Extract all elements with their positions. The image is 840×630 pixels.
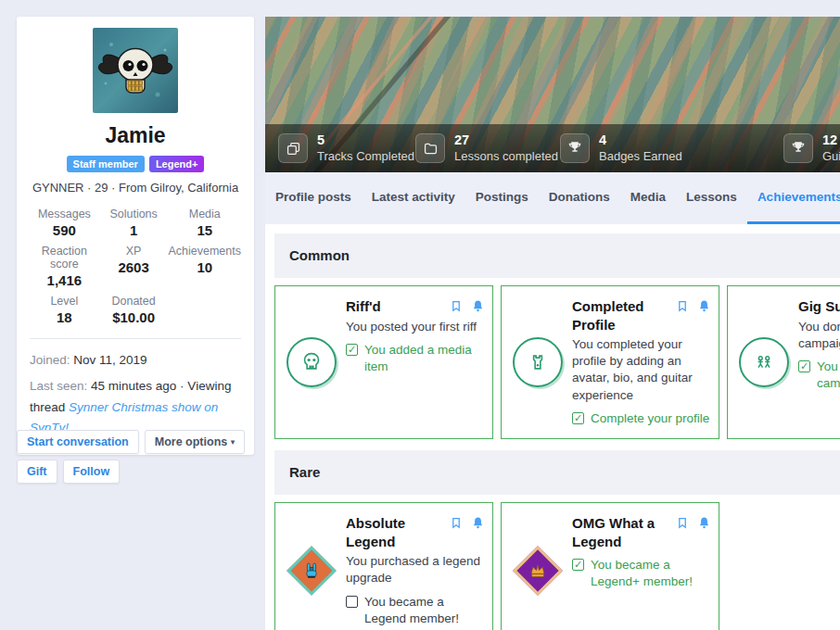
stat-xp: XP2603 [99, 245, 169, 288]
achievement-card-riffd: Riff'd You posted your first riff ✓ You … [274, 285, 493, 439]
tab-postings[interactable]: Postings [465, 172, 539, 224]
achievement-task: ✓ You became a Legend+ member! [572, 557, 711, 590]
tab-latest-activity[interactable]: Latest activity [362, 172, 465, 224]
profile-meta-line: GYNNER · 29 · From Gilroy, California [30, 181, 241, 195]
tab-media[interactable]: Media [620, 172, 676, 224]
achievement-description: You donated to a campaign [798, 319, 840, 352]
rock-hand-badge-icon [286, 546, 337, 596]
stat-xp-value[interactable]: 2603 [99, 259, 169, 275]
cover-image: 5 Tracks Completed 27 Lessons completed [265, 17, 840, 172]
checked-checkbox-icon: ✓ [572, 412, 584, 424]
achievement-card-omg-what-a-legend: OMG What a Legend ✓ You became a Legend+… [501, 502, 719, 630]
stat-messages: Messages590 [30, 208, 99, 238]
achievement-description: You purchased a legend upgrade [346, 553, 485, 586]
tab-lessons[interactable]: Lessons [676, 172, 747, 224]
divider [30, 338, 241, 339]
bell-icon[interactable] [697, 516, 711, 530]
tab-profile-posts[interactable]: Profile posts [265, 172, 362, 224]
checked-checkbox-icon: ✓ [798, 360, 810, 372]
tab-achievements[interactable]: Achievements [747, 172, 840, 224]
chevron-down-icon: ▾ [231, 437, 235, 447]
achievement-task: ✓ You added a media item [346, 342, 485, 375]
cover-stat-badges: 4 Badges Earned [560, 132, 783, 164]
profile-username: Jamie [30, 123, 241, 148]
crown-badge-icon [513, 546, 563, 596]
stat-achievements: Achievements10 [168, 245, 241, 288]
achievements-content: Common [265, 224, 840, 630]
achievement-description: You completed your profile by adding an … [572, 336, 711, 404]
profile-card: Jamie Staff member Legend+ GYNNER · 29 ·… [17, 17, 254, 455]
achievement-description: You posted your first riff [346, 319, 485, 335]
folder-icon [415, 133, 445, 163]
section-header-common: Common [274, 233, 840, 278]
bookmark-icon[interactable] [450, 299, 463, 313]
achievement-title: Riff'd [346, 297, 450, 316]
checked-checkbox-icon: ✓ [572, 559, 584, 571]
trophy-icon [783, 133, 813, 163]
cover-stats-bar: 5 Tracks Completed 27 Lessons completed [265, 124, 840, 172]
stat-reaction-score-value[interactable]: 1,416 [30, 272, 99, 288]
achievement-title: OMG What a Legend [572, 514, 676, 550]
user-badges: Staff member Legend+ [30, 156, 241, 172]
cover-stat-guitars: 12 Guitars [783, 132, 840, 164]
section-header-rare: Rare [274, 450, 840, 495]
joined-line: Joined: Nov 11, 2019 [30, 350, 241, 371]
tracks-icon [278, 133, 308, 163]
bookmark-icon[interactable] [676, 299, 689, 313]
stat-media: Media15 [168, 208, 241, 238]
stat-level: Level18 [30, 295, 99, 325]
gift-button[interactable]: Gift [17, 460, 57, 484]
stat-level-value: 18 [30, 309, 99, 325]
profile-dates: Joined: Nov 11, 2019 Last seen: 45 minut… [30, 350, 241, 438]
follow-button[interactable]: Follow [63, 460, 121, 484]
profile-actions: Start conversation More options ▾ Gift F… [17, 430, 245, 489]
stat-donated-value: $10.00 [99, 309, 169, 325]
achievement-task: ✓ Complete your profile [572, 410, 711, 427]
trophy-icon [560, 133, 590, 163]
stat-media-value[interactable]: 15 [168, 222, 241, 238]
achievement-card-completed-profile: Completed Profile You completed your pro… [501, 285, 719, 439]
tower-sketch-icon [513, 337, 563, 387]
profile-tabs: Profile posts Latest activity Postings D… [265, 172, 840, 224]
achievement-title: Completed Profile [572, 297, 676, 334]
stat-solutions-value[interactable]: 1 [99, 222, 169, 238]
start-conversation-button[interactable]: Start conversation [17, 430, 139, 454]
stat-reaction-score: Reaction score1,416 [30, 245, 99, 288]
checked-checkbox-icon: ✓ [346, 344, 358, 356]
deathbat-skull-avatar-icon [93, 28, 178, 113]
achievement-title: Absolute Legend [346, 514, 450, 550]
bookmark-icon[interactable] [676, 516, 689, 530]
bell-icon[interactable] [471, 516, 485, 530]
profile-main-panel: 5 Tracks Completed 27 Lessons completed [265, 17, 840, 630]
unchecked-checkbox-icon [346, 596, 358, 608]
achievement-card-gig-supporter: Gig Supporter You donated to a campaign … [727, 285, 840, 439]
tab-donations[interactable]: Donations [539, 172, 620, 224]
avatar[interactable] [93, 28, 178, 113]
profile-stats-grid: Messages590 Solutions1 Media15 Reaction … [30, 208, 241, 325]
stat-donated: Donated$10.00 [99, 295, 169, 325]
stat-solutions: Solutions1 [99, 208, 169, 238]
bell-icon[interactable] [471, 299, 485, 313]
bell-icon[interactable] [697, 299, 711, 313]
achievement-card-absolute-legend: Absolute Legend You purchased a legend u… [274, 502, 493, 630]
cover-stat-tracks: 5 Tracks Completed [278, 132, 415, 164]
more-options-button[interactable]: More options ▾ [145, 430, 245, 454]
skull-sketch-icon [286, 337, 337, 387]
cover-stat-lessons: 27 Lessons completed [415, 132, 560, 164]
staff-member-badge: Staff member [67, 156, 145, 172]
legend-plus-badge: Legend+ [149, 156, 205, 172]
achievement-title: Gig Supporter [798, 297, 840, 316]
stat-messages-value[interactable]: 590 [30, 222, 99, 238]
gig-sketch-icon [739, 337, 789, 387]
achievement-task: You became a Legend member! [346, 594, 485, 627]
bookmark-icon[interactable] [450, 516, 463, 530]
stat-achievements-value[interactable]: 10 [168, 259, 241, 275]
achievement-task: ✓ You donated to a campaign [798, 359, 840, 392]
